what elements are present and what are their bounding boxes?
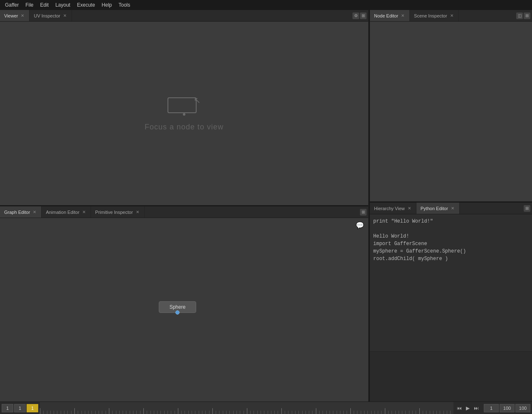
graph-tab-bar: Graph Editor ✕ Animation Editor ✕ Primit…: [0, 206, 368, 218]
ruler-tick: [205, 411, 209, 414]
viewer-settings-btn[interactable]: ⚙: [352, 12, 359, 19]
ruler-tick: [106, 411, 109, 414]
timeline-current-box[interactable]: 1: [14, 404, 26, 412]
ruler-tick: [54, 411, 57, 414]
viewer-area: ↖ Focus a node to view: [0, 22, 368, 205]
main-area: Viewer ✕ UV Inspector ✕ ⚙ ⊞ ↖ Focus a: [0, 10, 532, 402]
ruler-tick: [212, 408, 216, 414]
ruler-tick: [388, 411, 392, 414]
node-output-port[interactable]: [175, 310, 180, 315]
ruler-tick: [381, 411, 384, 414]
ruler-tick: [330, 411, 333, 414]
scene-inspector-close[interactable]: ✕: [449, 13, 454, 18]
ruler-tick: [126, 411, 129, 414]
ruler-tick: [319, 411, 323, 414]
ruler-tick: [350, 408, 354, 414]
code-line-1: print "Hello World!": [373, 218, 529, 225]
primitive-inspector-label: Primitive Inspector: [95, 210, 133, 215]
viewer-icon: ↖: [167, 95, 201, 116]
ruler-tick: [364, 411, 367, 414]
tab-viewer[interactable]: Viewer ✕: [0, 10, 30, 21]
ruler-tick: [233, 411, 236, 414]
python-editor-content[interactable]: print "Hello World!" Hello World! import…: [370, 214, 532, 352]
ruler-tick: [412, 411, 416, 414]
tab-spacer-python: [460, 203, 522, 214]
ruler-tick: [392, 411, 395, 414]
tab-hierarchy-view[interactable]: Hierarchy View ✕: [370, 203, 416, 214]
menu-execute[interactable]: Execute: [74, 1, 98, 9]
ruler-tick: [285, 411, 288, 414]
graph-layout-btn[interactable]: ⊞: [360, 209, 367, 216]
ruler-tick: [278, 411, 281, 414]
ruler-tick: [160, 411, 164, 414]
hierarchy-view-label: Hierarchy View: [374, 206, 405, 211]
timeline-out-box[interactable]: 100: [515, 404, 530, 412]
ruler-tick: [416, 411, 419, 414]
tab-python-editor[interactable]: Python Editor ✕: [416, 203, 460, 214]
menu-file[interactable]: File: [22, 1, 37, 9]
viewer-tab-close[interactable]: ✕: [20, 13, 25, 18]
ruler-tick: [371, 411, 374, 414]
menu-tools[interactable]: Tools: [115, 1, 133, 9]
graph-node-sphere-label: Sphere: [170, 304, 186, 310]
node-editor-content: [370, 22, 532, 201]
python-editor-close[interactable]: ✕: [450, 206, 455, 211]
menu-layout[interactable]: Layout: [52, 1, 74, 9]
ruler-tick: [295, 411, 298, 414]
next-frame-btn[interactable]: ⏭: [472, 404, 480, 412]
ruler-tick: [57, 411, 60, 414]
timeline-in-box[interactable]: 1: [484, 404, 499, 412]
menu-gaffer[interactable]: Gaffer: [2, 1, 22, 9]
timeline-highlight-box[interactable]: 1: [27, 404, 38, 412]
ruler-tick: [71, 411, 74, 414]
timeline-start-box[interactable]: 1: [2, 404, 13, 412]
hierarchy-view-close[interactable]: ✕: [407, 206, 412, 211]
ruler-tick: [298, 411, 302, 414]
ruler-tick: [188, 411, 192, 414]
tab-node-editor[interactable]: Node Editor ✕: [370, 10, 410, 21]
ruler-tick: [116, 411, 119, 414]
timeline-end-box[interactable]: 100: [500, 404, 515, 412]
tab-animation-editor[interactable]: Animation Editor ✕: [42, 206, 91, 218]
timeline-ruler[interactable]: [40, 402, 453, 414]
tab-scene-inspector[interactable]: Scene Inspector ✕: [410, 10, 459, 21]
tab-graph-editor[interactable]: Graph Editor ✕: [0, 206, 42, 218]
graph-editor-area[interactable]: 💬 Sphere: [0, 218, 368, 402]
graph-node-sphere[interactable]: Sphere: [159, 301, 196, 313]
ruler-tick: [312, 411, 315, 414]
ruler-tick: [195, 411, 198, 414]
play-btn[interactable]: ▶: [464, 404, 471, 412]
viewer-tab-actions: ⚙ ⊞: [351, 10, 368, 21]
uv-tab-label: UV Inspector: [34, 13, 60, 18]
uv-tab-close[interactable]: ✕: [62, 13, 67, 18]
ruler-tick: [102, 411, 105, 414]
ruler-tick: [385, 408, 388, 414]
ruler-tick: [236, 411, 240, 414]
node-editor-pin-btn[interactable]: ◫: [516, 12, 523, 19]
timeline-bar: 1 1 1 ⏮ ▶ ⏭ 1 100 100: [0, 402, 532, 414]
menu-edit[interactable]: Edit: [37, 1, 52, 9]
ruler-tick: [268, 411, 271, 414]
ruler-tick: [219, 411, 222, 414]
python-output-area: [370, 352, 532, 402]
animation-editor-close[interactable]: ✕: [81, 209, 86, 215]
python-layout-btn[interactable]: ⊞: [524, 205, 530, 212]
node-editor-layout-btn[interactable]: ⊞: [524, 12, 530, 19]
tab-uv-inspector[interactable]: UV Inspector ✕: [30, 10, 72, 21]
viewer-tab-bar: Viewer ✕ UV Inspector ✕ ⚙ ⊞: [0, 10, 368, 22]
primitive-inspector-close[interactable]: ✕: [135, 209, 140, 215]
node-editor-close[interactable]: ✕: [400, 13, 405, 18]
ruler-tick: [419, 408, 423, 414]
menu-help[interactable]: Help: [99, 1, 116, 9]
ruler-tick: [229, 411, 233, 414]
ruler-tick: [244, 411, 247, 414]
tab-primitive-inspector[interactable]: Primitive Inspector ✕: [91, 206, 144, 218]
animation-editor-label: Animation Editor: [46, 210, 79, 215]
ruler-tick: [274, 411, 278, 414]
tab-spacer-viewer: [72, 10, 351, 21]
ruler-tick: [367, 411, 371, 414]
viewer-layout-btn[interactable]: ⊞: [360, 12, 367, 19]
graph-editor-close[interactable]: ✕: [32, 209, 37, 215]
prev-frame-btn[interactable]: ⏮: [455, 404, 463, 412]
ruler-tick: [257, 411, 261, 414]
